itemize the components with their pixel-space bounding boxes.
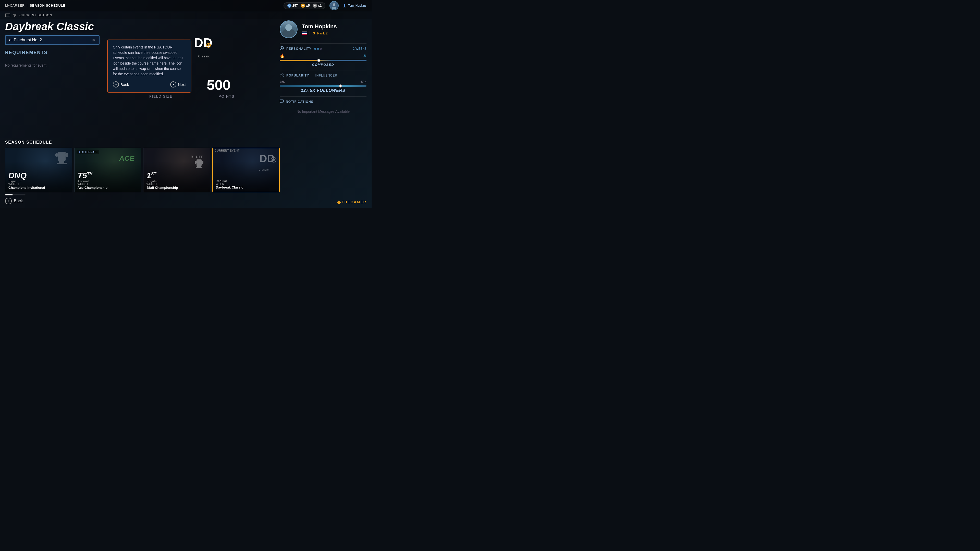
back-button[interactable]: ○ Back [5,198,23,204]
schedule-card-3[interactable]: BLUFF 1ST Regular WEEK 2 Bluff Champions… [143,148,210,192]
tooltip-back-button[interactable]: ○ Back [113,81,129,87]
popularity-title: POPULARITY [286,74,309,77]
filter-bar: CURRENT SEASON [0,11,372,19]
tooltip-next-button[interactable]: ✕ Next [170,81,186,87]
tooltip-buttons: ○ Back ✕ Next [113,81,186,87]
card-content-4: Regular WEEK 3 Daybreak Classic [213,168,280,192]
personality-dots [314,48,322,50]
dot-1 [314,48,316,50]
card-result-empty [216,170,277,179]
svg-rect-27 [197,159,202,166]
personality-slider-icons: 🔥 ❄ [280,53,366,58]
svg-point-4 [344,4,345,6]
vc-currency: V 257 [287,3,298,8]
personality-weeks: 2 WEEKS [353,47,366,51]
filter-icon[interactable] [13,13,17,17]
scroll-indicator [5,194,280,195]
alternate-icon [78,151,81,153]
svg-point-16 [281,48,283,49]
svg-rect-29 [196,167,202,168]
current-page-label: SEASON SCHEDULE [30,3,65,7]
card-week-1: WEEK 1 [8,183,69,186]
svg-rect-30 [195,161,197,164]
card-type-3: Regular [146,179,207,183]
mycareer-link[interactable]: MyCAREER [5,3,25,7]
svg-rect-22 [57,163,67,164]
svg-rect-20 [58,152,65,161]
card-week-2: WEEK 1 [78,183,138,186]
svg-text:DD: DD [259,152,275,165]
popularity-pipe: | [312,73,313,78]
svg-rect-19 [280,100,283,102]
popularity-slider [280,85,366,87]
notifications-title: NOTIFICATIONS [286,100,313,103]
personality-section: PERSONALITY 2 WEEKS 🔥 ❄ COMPOSED [280,46,366,67]
player-avatar [280,21,298,38]
avatar [329,1,339,10]
requirements-empty: No requirements for event. [5,61,115,70]
svg-point-34 [272,159,275,161]
alternate-label: ALTERNATE [82,151,98,154]
card-name-4: Daybreak Classic [216,186,277,189]
card-week-4: WEEK 3 [216,183,277,186]
back-circle-icon: ○ [113,81,119,87]
card-name-3: Bluff Championship [146,186,207,189]
svg-rect-14 [313,34,315,35]
card-week-3: WEEK 2 [146,183,207,186]
divider-2 [280,70,366,70]
personality-header: PERSONALITY 2 WEEKS [280,46,366,51]
course-selector[interactable]: at Pinehurst No. 2 ✏ [5,35,100,45]
schedule-cards: DNQ Signature WEEK 1 Champions Invitatio… [5,148,280,192]
followers-label: 127.5K FOLLOWERS [280,88,366,93]
svg-point-17 [280,74,282,75]
vc-amount: 257 [293,3,298,7]
card-result-3: 1ST [146,171,207,179]
personality-title: PERSONALITY [286,47,312,51]
card-type-4: Regular [216,179,277,183]
card-type-2: Alternate [78,179,138,183]
event-logo: DD Classic [191,36,217,58]
rank-value: 2 [326,32,328,35]
branding: ◆ THEGAMER [337,199,366,205]
branding-label: THEGAMER [342,200,366,204]
svg-text:ACE: ACE [119,154,135,162]
chat-icon [280,99,284,104]
svg-point-18 [282,74,283,75]
popularity-thumb [339,84,342,87]
card-content-3: 1ST Regular WEEK 2 Bluff Championship [143,169,210,192]
filter-label: CURRENT SEASON [19,14,52,17]
card-content-2: T5TH Alternate WEEK 1 Ace Championship [75,169,141,192]
personality-slider [280,60,366,61]
svg-rect-24 [65,153,68,157]
scroll-thumb [5,194,13,195]
flame-icon: 🔥 [280,53,285,58]
svg-rect-13 [313,33,315,34]
current-event-badge: CURRENT EVENT [213,148,280,153]
popularity-max: 150K [360,80,366,84]
notifications-empty: No Important Messages Available [280,107,366,116]
schedule-card-2[interactable]: ACE ALTERNATE T5TH Alternate WEEK 1 Ace … [74,148,142,192]
edit-icon[interactable]: ✏ [92,38,95,42]
svg-rect-31 [202,161,204,164]
top-navigation: MyCAREER | SEASON SCHEDULE V 257 ★ x5 ◆ … [0,0,372,11]
schedule-card-4[interactable]: DD Classic CURRENT EVENT Regular WEEK 3 … [212,148,280,192]
player-info: Tom Hopkins | Rank 2 [302,23,337,35]
meta-separator: | [309,31,310,35]
popularity-sub: INFLUENCER [315,74,337,77]
personality-icon [280,46,284,51]
event-title: Daybreak Classic [5,21,115,33]
player-name: Tom Hopkins [302,23,337,30]
divider-1 [280,43,366,44]
svg-point-3 [332,6,336,9]
rank-label: Rank [317,32,325,35]
player-card: Tom Hopkins | Rank 2 [280,21,366,38]
schedule-title: SEASON SCHEDULE [5,140,280,144]
points-label: POINTS [218,94,234,98]
token-icon: ◆ [313,3,317,8]
svg-rect-23 [56,153,58,157]
info-labels: FIELD SIZE POINTS [149,94,234,98]
dot-3 [320,48,322,50]
svg-rect-21 [59,161,64,163]
schedule-card-1[interactable]: DNQ Signature WEEK 1 Champions Invitatio… [5,148,72,192]
points-display: 500 [207,76,231,93]
